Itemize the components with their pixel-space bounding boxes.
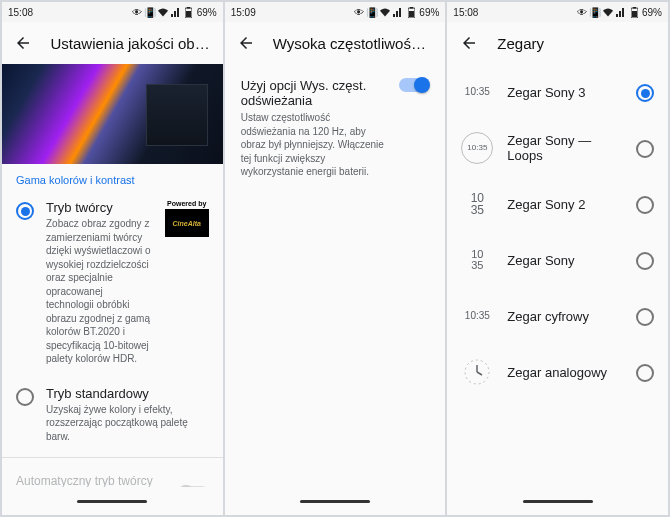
clock-label: Zegar Sony bbox=[507, 253, 622, 268]
status-bar: 15:09 👁 📳 69% bbox=[225, 2, 446, 22]
app-bar: Zegary bbox=[447, 22, 668, 64]
status-time: 15:08 bbox=[8, 7, 33, 18]
screen-clocks: 15:08 👁 📳 69% Zegary 10:35Zegar Sony 310… bbox=[447, 2, 668, 515]
vibrate-icon: 📳 bbox=[590, 7, 600, 17]
cinealta-badge: Powered by CineAlta bbox=[165, 200, 209, 237]
clock-label: Zegar analogowy bbox=[507, 365, 622, 380]
wifi-icon bbox=[380, 7, 390, 17]
screen-refresh-rate: 15:09 👁 📳 69% Wysoka częstotliwość odświ… bbox=[225, 2, 446, 515]
creator-desc: Zobacz obraz zgodny z zamierzeniami twór… bbox=[46, 217, 153, 366]
radio-icon bbox=[636, 196, 654, 214]
signal-icon bbox=[171, 7, 181, 17]
clock-option[interactable]: 1035Zegar Sony bbox=[447, 232, 668, 288]
analog-clock-icon bbox=[461, 356, 493, 388]
content-scroll[interactable]: 10:35Zegar Sony 310:35Zegar Sony — Loops… bbox=[447, 64, 668, 487]
svg-rect-7 bbox=[633, 7, 636, 9]
radio-unselected-icon bbox=[16, 388, 34, 406]
creator-title: Tryb twórcy bbox=[46, 200, 153, 215]
back-button[interactable] bbox=[14, 33, 32, 53]
page-title: Ustawienia jakości obrazu bbox=[50, 35, 210, 52]
status-bar: 15:08 👁 📳 69% bbox=[2, 2, 223, 22]
clock-preview-icon: 1035 bbox=[461, 244, 493, 276]
option-standard-mode[interactable]: Tryb standardowy Uzyskaj żywe kolory i e… bbox=[2, 376, 223, 454]
svg-rect-1 bbox=[187, 7, 190, 9]
clock-option[interactable]: Zegar analogowy bbox=[447, 344, 668, 400]
radio-icon bbox=[636, 140, 654, 158]
standard-title: Tryb standardowy bbox=[46, 386, 209, 401]
switch-on-icon[interactable] bbox=[399, 78, 429, 92]
svg-rect-8 bbox=[632, 11, 637, 17]
nav-bar[interactable] bbox=[225, 487, 446, 515]
svg-line-11 bbox=[477, 372, 482, 375]
nav-bar[interactable] bbox=[447, 487, 668, 515]
battery-icon bbox=[184, 7, 194, 17]
content-scroll[interactable]: Użyj opcji Wys. częst. odświeżania Ustaw… bbox=[225, 64, 446, 487]
clock-option[interactable]: 10:35Zegar cyfrowy bbox=[447, 288, 668, 344]
status-icons: 👁 📳 69% bbox=[354, 7, 439, 18]
radio-icon bbox=[636, 364, 654, 382]
battery-icon bbox=[406, 7, 416, 17]
screen-image-quality: 15:08 👁 📳 69% Ustawienia jakości obrazu … bbox=[2, 2, 223, 515]
radio-icon bbox=[636, 252, 654, 270]
battery-percent: 69% bbox=[197, 7, 217, 18]
battery-percent: 69% bbox=[419, 7, 439, 18]
back-button[interactable] bbox=[459, 33, 479, 53]
switch-off-icon bbox=[179, 486, 209, 487]
svg-rect-5 bbox=[409, 11, 414, 17]
refresh-title: Użyj opcji Wys. częst. odświeżania bbox=[241, 78, 386, 108]
battery-percent: 69% bbox=[642, 7, 662, 18]
app-bar: Wysoka częstotliwość odświeża... bbox=[225, 22, 446, 64]
clock-label: Zegar Sony 3 bbox=[507, 85, 622, 100]
status-time: 15:09 bbox=[231, 7, 256, 18]
clock-option[interactable]: 10:35Zegar Sony 3 bbox=[447, 64, 668, 120]
radio-icon bbox=[636, 84, 654, 102]
vibrate-icon: 📳 bbox=[145, 7, 155, 17]
status-time: 15:08 bbox=[453, 7, 478, 18]
hero-image bbox=[2, 64, 223, 164]
clock-preview-icon: 10:35 bbox=[461, 300, 493, 332]
auto-title: Automatyczny tryb twórcy bbox=[16, 474, 167, 487]
status-bar: 15:08 👁 📳 69% bbox=[447, 2, 668, 22]
svg-rect-4 bbox=[410, 7, 413, 9]
app-bar: Ustawienia jakości obrazu bbox=[2, 22, 223, 64]
signal-icon bbox=[393, 7, 403, 17]
nav-bar[interactable] bbox=[2, 487, 223, 515]
clock-option[interactable]: 1035Zegar Sony 2 bbox=[447, 176, 668, 232]
clock-preview-icon: 10:35 bbox=[461, 132, 493, 164]
clock-option[interactable]: 10:35Zegar Sony — Loops bbox=[447, 120, 668, 176]
page-title: Zegary bbox=[497, 35, 544, 52]
wifi-icon bbox=[603, 7, 613, 17]
clock-preview-icon: 1035 bbox=[461, 188, 493, 220]
option-creator-mode[interactable]: Tryb twórcy Zobacz obraz zgodny z zamier… bbox=[2, 190, 223, 376]
nav-pill-icon bbox=[523, 500, 593, 503]
clock-label: Zegar Sony 2 bbox=[507, 197, 622, 212]
signal-icon bbox=[616, 7, 626, 17]
divider bbox=[2, 457, 223, 458]
clock-preview-icon: 10:35 bbox=[461, 76, 493, 108]
refresh-desc: Ustaw częstotliwość odświeżania na 120 H… bbox=[241, 111, 386, 179]
clock-label: Zegar cyfrowy bbox=[507, 309, 622, 324]
nav-pill-icon bbox=[300, 500, 370, 503]
page-title: Wysoka częstotliwość odświeża... bbox=[273, 35, 434, 52]
clock-label: Zegar Sony — Loops bbox=[507, 133, 622, 163]
status-icons: 👁 📳 69% bbox=[132, 7, 217, 18]
eye-icon: 👁 bbox=[577, 7, 587, 17]
status-icons: 👁 📳 69% bbox=[577, 7, 662, 18]
back-button[interactable] bbox=[237, 33, 255, 53]
radio-selected-icon bbox=[16, 202, 34, 220]
content-scroll[interactable]: Gama kolorów i kontrast Tryb twórcy Zoba… bbox=[2, 64, 223, 487]
eye-icon: 👁 bbox=[132, 7, 142, 17]
svg-rect-2 bbox=[186, 11, 191, 17]
eye-icon: 👁 bbox=[354, 7, 364, 17]
nav-pill-icon bbox=[77, 500, 147, 503]
radio-icon bbox=[636, 308, 654, 326]
standard-desc: Uzyskaj żywe kolory i efekty, rozszerzaj… bbox=[46, 403, 209, 444]
battery-icon bbox=[629, 7, 639, 17]
wifi-icon bbox=[158, 7, 168, 17]
section-gamma: Gama kolorów i kontrast bbox=[2, 164, 223, 190]
row-auto-creator: Automatyczny tryb twórcy Tryb twórcy jes… bbox=[2, 462, 223, 487]
row-high-refresh[interactable]: Użyj opcji Wys. częst. odświeżania Ustaw… bbox=[225, 64, 446, 193]
vibrate-icon: 📳 bbox=[367, 7, 377, 17]
